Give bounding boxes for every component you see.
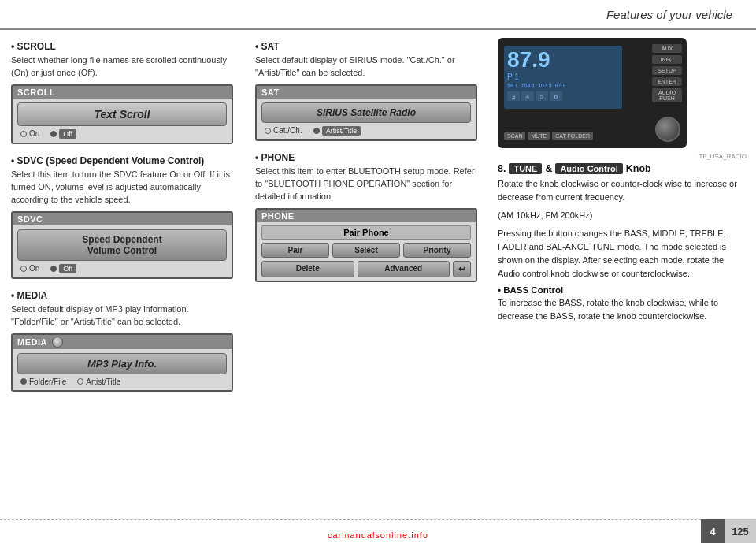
bass-desc: To increase the BASS, rotate the knob cl…	[498, 296, 747, 323]
phone-back-btn[interactable]: ↩	[453, 261, 471, 277]
radio-right-buttons: AUX INFO SETUP ENTER AUDIO PUSH	[652, 44, 682, 102]
sat-box: SAT SIRIUS Satellite Radio Cat./Ch. Arti…	[255, 84, 477, 141]
section-8-desc3: Pressing the button changes the BASS, MI…	[498, 227, 747, 281]
sat-box-label: SAT	[257, 86, 476, 99]
scroll-radio-on[interactable]: On	[20, 129, 39, 138]
scroll-section: • SCROLL Select whether long file names …	[11, 41, 233, 144]
mute-btn[interactable]: MUTE	[528, 132, 550, 140]
sat-cat-circle	[265, 128, 271, 134]
scan-btn[interactable]: SCAN	[504, 132, 525, 140]
footer-page-num: 4	[701, 519, 724, 543]
media-folder-label: Folder/File	[29, 377, 66, 386]
num-btn-3[interactable]: 3	[507, 91, 520, 101]
sdvc-on-circle	[20, 266, 27, 272]
phone-priority-btn[interactable]: Priority	[403, 243, 471, 258]
scroll-on-circle	[20, 131, 27, 137]
radio-freq-row: 98.1 104.1 107.9 87.9	[507, 83, 619, 88]
radio-preset: P 1	[507, 73, 619, 81]
media-box-body: MP3 Play Info. Folder/File Artist/Title	[13, 349, 232, 390]
enter-btn[interactable]: ENTER	[652, 77, 682, 86]
knob-label: Knob	[626, 163, 651, 174]
media-box: MEDIA MP3 Play Info. Folder/File Artist/…	[11, 333, 233, 392]
radio-frequency: 87.9	[507, 49, 619, 71]
sat-artist-circle	[313, 128, 320, 134]
scroll-box: SCROLL Text Scroll On Off	[11, 84, 233, 144]
scroll-desc: Select whether long file names are scrol…	[11, 54, 233, 80]
freq-3: 107.9	[538, 83, 552, 88]
phone-advanced-btn[interactable]: Advanced	[358, 261, 450, 277]
phone-title: • PHONE	[255, 152, 477, 163]
section-8-desc1: Rotate the knob clockwise or counter-clo…	[498, 177, 747, 204]
audio-btn[interactable]: AUDIO PUSH	[652, 88, 682, 102]
mid-column: • SAT Select default display of SIRIUS m…	[244, 33, 488, 519]
sat-desc: Select default display of SIRIUS mode. "…	[255, 54, 477, 80]
radio-image: 87.9 P 1 98.1 104.1 107.9 87.9 3 4 5 6 A…	[498, 38, 687, 148]
audio-control-badge: Audio Control	[555, 163, 622, 174]
scroll-title: • SCROLL	[11, 41, 233, 52]
num-btn-5[interactable]: 5	[536, 91, 548, 101]
footer: carmanualsonline.info 4 125	[0, 519, 756, 543]
footer-page-box: 4 125	[701, 519, 756, 543]
sat-title: • SAT	[255, 41, 477, 52]
media-section: • MEDIA Select default display of MP3 pl…	[11, 290, 233, 392]
phone-select-btn[interactable]: Select	[332, 243, 400, 258]
sdvc-line1: Speed Dependent	[18, 234, 226, 245]
media-artist-circle	[77, 378, 83, 385]
sdvc-btn[interactable]: Speed Dependent Volume Control	[17, 229, 227, 261]
phone-pair-btn[interactable]: Pair	[261, 243, 329, 258]
sdvc-on-label: On	[29, 264, 39, 273]
media-radio-folder[interactable]: Folder/File	[20, 377, 66, 386]
setup-btn[interactable]: SETUP	[652, 66, 682, 75]
footer-logo: carmanualsonline.info	[328, 530, 428, 540]
sat-radio-cat[interactable]: Cat./Ch.	[265, 126, 302, 135]
phone-box: PHONE Pair Phone Pair Select Priority De…	[255, 208, 477, 282]
scroll-text-btn[interactable]: Text Scroll	[17, 102, 227, 126]
media-radio-row: Folder/File Artist/Title	[17, 377, 227, 386]
num-btn-row: 3 4 5 6	[507, 91, 619, 101]
info-btn[interactable]: INFO	[652, 55, 682, 64]
radio-bottom-buttons: SCAN MUTE CAT FOLDER	[504, 132, 593, 140]
sdvc-radio-row: On Off	[17, 264, 227, 273]
media-mp3-btn[interactable]: MP3 Play Info.	[17, 353, 227, 374]
aux-btn[interactable]: AUX	[652, 44, 682, 53]
num-btn-6[interactable]: 6	[550, 91, 562, 101]
freq-4: 87.9	[555, 83, 566, 88]
bass-title: • BASS Control	[498, 285, 747, 295]
media-radio-artist[interactable]: Artist/Title	[77, 377, 120, 386]
phone-btn-row-1: Pair Select Priority	[261, 243, 471, 258]
scroll-radio-off[interactable]: Off	[50, 129, 76, 139]
scroll-box-body: Text Scroll On Off	[13, 99, 232, 143]
radio-display: 87.9 P 1 98.1 104.1 107.9 87.9 3 4 5 6	[504, 46, 622, 109]
tune-knob[interactable]	[655, 117, 680, 142]
sat-radio-artist[interactable]: Artist/Title	[313, 126, 361, 136]
sdvc-box-body: Speed Dependent Volume Control On Off	[13, 225, 232, 277]
phone-pair-header: Pair Phone	[261, 225, 471, 240]
media-title: • MEDIA	[11, 290, 233, 301]
scroll-off-circle	[50, 131, 57, 137]
footer-page-sub: 125	[724, 519, 756, 543]
sdvc-radio-on[interactable]: On	[20, 264, 39, 273]
sat-sirius-btn[interactable]: SIRIUS Satellite Radio	[261, 102, 471, 123]
sdvc-box-label: SDVC	[13, 213, 232, 225]
ampersand: &	[545, 163, 552, 174]
phone-btn-row-2: Delete Advanced ↩	[261, 261, 471, 277]
header: Features of your vehicle	[0, 0, 756, 30]
page-title: Features of your vehicle	[606, 8, 732, 21]
sat-artist-label: Artist/Title	[322, 126, 361, 136]
cat-folder-btn[interactable]: CAT FOLDER	[552, 132, 593, 140]
num-btn-4[interactable]: 4	[521, 91, 534, 101]
sat-box-body: SIRIUS Satellite Radio Cat./Ch. Artist/T…	[257, 99, 476, 139]
media-folder-circle	[20, 378, 27, 385]
left-column: • SCROLL Select whether long file names …	[0, 33, 244, 519]
sdvc-off-label: Off	[59, 264, 76, 273]
media-box-label: MEDIA	[17, 337, 47, 347]
scroll-radio-row: On Off	[17, 129, 227, 139]
cd-icon	[52, 337, 63, 348]
right-column: 87.9 P 1 98.1 104.1 107.9 87.9 3 4 5 6 A…	[488, 33, 756, 519]
sdvc-radio-off[interactable]: Off	[50, 264, 76, 273]
scroll-on-label: On	[29, 129, 39, 138]
main-content: • SCROLL Select whether long file names …	[0, 33, 756, 519]
sdvc-off-circle	[50, 266, 57, 272]
media-box-header-row: MEDIA	[13, 335, 232, 349]
phone-delete-btn[interactable]: Delete	[261, 261, 354, 277]
